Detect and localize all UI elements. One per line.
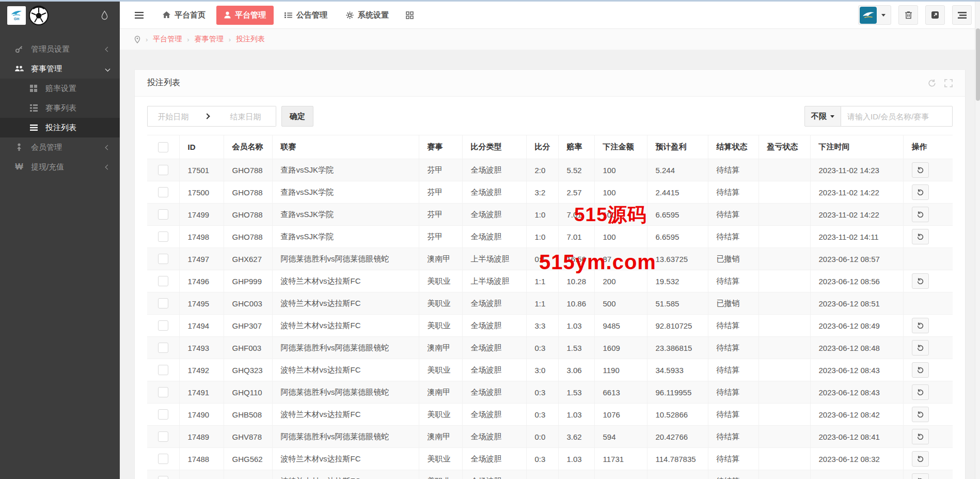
scrollbar-thumb[interactable] (976, 28, 980, 101)
nav-platform-management[interactable]: 平台管理 (216, 6, 274, 25)
undo-action-button[interactable] (912, 384, 929, 400)
trash-button[interactable] (898, 5, 918, 25)
cell-match: 波特兰木材vs达拉斯FC (272, 270, 419, 292)
undo-action-button[interactable] (912, 318, 929, 333)
grid-apps-icon[interactable] (400, 7, 420, 24)
refresh-icon[interactable] (928, 79, 936, 87)
header-select-all-cell (147, 135, 179, 159)
row-checkbox[interactable] (158, 276, 168, 286)
cell-pnl-status (758, 159, 810, 181)
sidebar-item-label: 投注列表 (45, 123, 109, 133)
row-checkbox[interactable] (158, 298, 168, 308)
user-icon (224, 11, 231, 19)
filter-dropdown-label: 不限 (811, 112, 827, 121)
row-checkbox[interactable] (158, 165, 168, 175)
sidebar-item-bet-list[interactable]: 投注列表 (0, 118, 120, 137)
undo-action-button[interactable] (912, 273, 929, 289)
control-sidebar-button[interactable] (952, 5, 972, 25)
row-checkbox[interactable] (158, 187, 168, 197)
row-checkbox[interactable] (158, 343, 168, 353)
trash-icon (905, 11, 912, 19)
end-date-input[interactable] (215, 106, 276, 127)
row-checkbox[interactable] (158, 409, 168, 420)
row-checkbox[interactable] (158, 209, 168, 220)
row-checkbox[interactable] (158, 320, 168, 331)
column-header: 下注时间 (810, 135, 903, 159)
cell-settle-status: 待结算 (708, 448, 758, 470)
nav-label: 系统设置 (358, 10, 389, 20)
cell-id: 17490 (179, 404, 224, 426)
cell-amount: 6613 (594, 381, 647, 404)
page-content: 投注列表 (120, 50, 980, 479)
undo-action-button[interactable] (912, 229, 929, 244)
table-row: 17494GHP307波特兰木材vs达拉斯FC美职业全场波胆3:31.03948… (147, 315, 953, 337)
undo-action-button[interactable] (912, 162, 929, 178)
cell-settle-status: 待结算 (708, 204, 758, 226)
sidebar-item-member-management[interactable]: 会员管理 (0, 137, 120, 157)
cell-score: 0:3 (526, 337, 558, 359)
fullscreen-icon[interactable] (944, 79, 953, 87)
breadcrumb-link-bets[interactable]: 投注列表 (236, 35, 265, 44)
external-link-button[interactable] (925, 5, 945, 25)
row-checkbox[interactable] (158, 387, 168, 397)
cell-pnl-status (758, 381, 810, 404)
nav-platform-home[interactable]: 平台首页 (155, 6, 213, 25)
cell-time: 2023-06-12 08:51 (810, 292, 903, 315)
users-group-icon (14, 65, 24, 73)
sidebar-item-admin-settings[interactable]: 管理员设置 (0, 39, 120, 59)
breadcrumb-link-match[interactable]: 赛事管理 (195, 35, 224, 44)
cell-time: 2023-06-12 08:48 (810, 337, 903, 359)
page-scrollbar[interactable] (975, 2, 980, 479)
select-all-checkbox[interactable] (158, 142, 168, 152)
cell-settle-status: 已撤销 (708, 292, 758, 315)
cell-settle-status: 待结算 (708, 426, 758, 448)
confirm-button[interactable]: 确定 (281, 106, 313, 127)
row-checkbox[interactable] (158, 365, 168, 375)
undo-action-button[interactable] (912, 207, 929, 222)
table-row: 17491GHQ110阿德莱德胜利vs阿德莱德眼镜蛇澳南甲全场波胆0:31.53… (147, 381, 953, 404)
sidebar-item-odds-settings[interactable]: 赔率设置 (0, 79, 120, 98)
water-drop-icon[interactable] (101, 10, 108, 20)
cell-bet-type: 全场波胆 (462, 159, 526, 181)
row-checkbox[interactable] (158, 254, 168, 264)
undo-action-button[interactable] (912, 451, 929, 467)
brand-logo[interactable]: GH (7, 6, 26, 25)
sidebar-item-match-management[interactable]: 赛事管理 (0, 59, 120, 79)
hamburger-menu-icon[interactable] (130, 6, 148, 24)
table-row: 17495GHC003波特兰木材vs达拉斯FC美职业全场波胆1:110.8650… (147, 292, 953, 315)
filter-dropdown-button[interactable]: 不限 (804, 106, 841, 127)
undo-action-button[interactable] (912, 473, 929, 479)
row-checkbox[interactable] (158, 454, 168, 464)
cell-member: GHX627 (224, 248, 272, 270)
nav-system-settings[interactable]: 系统设置 (338, 6, 397, 25)
undo-action-button[interactable] (912, 340, 929, 356)
breadcrumb-link-platform[interactable]: 平台管理 (153, 35, 182, 44)
account-dropdown-button[interactable] (858, 5, 891, 25)
cell-score: 0:3 (526, 381, 558, 404)
nav-announcement-management[interactable]: 公告管理 (277, 6, 335, 25)
card-tools (928, 79, 953, 87)
page-title: 投注列表 (147, 78, 180, 88)
cell-action (903, 359, 953, 381)
cell-profit: 34.5933 (647, 470, 708, 479)
row-select-cell (147, 181, 179, 204)
undo-action-button[interactable] (912, 362, 929, 378)
cell-action (903, 181, 953, 204)
row-checkbox[interactable] (158, 476, 168, 479)
start-date-input[interactable] (147, 106, 199, 127)
undo-action-button[interactable] (912, 429, 929, 444)
cell-pnl-status (758, 426, 810, 448)
row-checkbox[interactable] (158, 231, 168, 242)
sidebar-item-match-list[interactable]: 赛事列表 (0, 98, 120, 118)
cell-amount: 100 (594, 159, 647, 181)
undo-action-button[interactable] (912, 184, 929, 200)
cell-id: 17497 (179, 248, 224, 270)
undo-action-button[interactable] (912, 407, 929, 422)
search-input[interactable] (841, 106, 953, 127)
cell-score: 3:2 (526, 181, 558, 204)
cell-event: 美职业 (419, 448, 462, 470)
row-checkbox[interactable] (158, 431, 168, 442)
sidebar-item-withdraw-recharge[interactable]: ₩ 提现/充值 (0, 157, 120, 177)
sidebar-item-label: 赛事管理 (31, 64, 106, 74)
cell-match: 查路vsSJK学院 (272, 204, 419, 226)
